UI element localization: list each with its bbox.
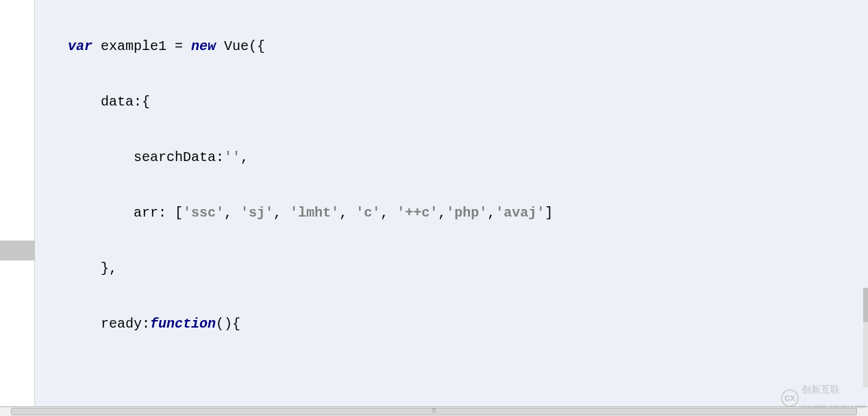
scrollbar-thumb[interactable] <box>863 288 868 322</box>
code-line <box>35 370 868 389</box>
keyword-function: function <box>150 316 216 332</box>
code-line: data:{ <box>35 93 868 111</box>
gutter-highlight <box>0 241 35 260</box>
editor-gutter <box>0 0 35 406</box>
code-area: var example1 = new Vue({ data:{ searchDa… <box>0 0 868 406</box>
code-line: var example1 = new Vue({ <box>35 37 868 56</box>
code-line: }, <box>35 259 868 278</box>
code-line: ready:function(){ <box>35 315 868 333</box>
vertical-scrollbar[interactable] <box>863 288 868 387</box>
code-line: searchData:'', <box>35 148 868 167</box>
keyword-var: var <box>68 38 92 54</box>
scrollbar-grip-icon: ⠿ <box>432 402 437 416</box>
keyword-new: new <box>191 38 216 54</box>
horizontal-scrollbar[interactable]: ⠿ <box>0 406 868 416</box>
gutter-highlight <box>0 259 35 260</box>
code-text[interactable]: var example1 = new Vue({ data:{ searchDa… <box>35 0 868 406</box>
code-line: arr: ['ssc', 'sj', 'lmht', 'c', '++c','p… <box>35 204 868 222</box>
code-editor: var example1 = new Vue({ data:{ searchDa… <box>0 0 868 416</box>
